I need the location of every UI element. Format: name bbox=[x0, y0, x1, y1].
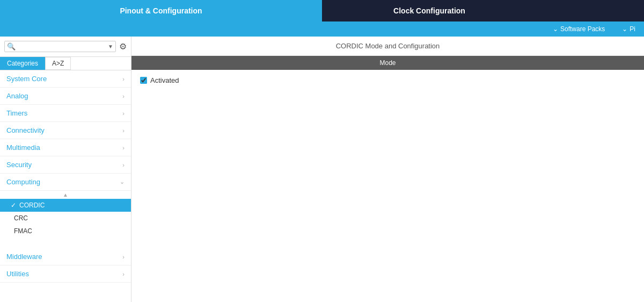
sidebar: 🔍 ▼ ⚙ Categories A>Z System Core bbox=[0, 37, 131, 302]
sidebar-label-middleware: Middleware bbox=[6, 253, 42, 261]
chevron-right-icon: › bbox=[122, 127, 125, 134]
sidebar-nav: System Core › Analog › Timers › Connecti… bbox=[0, 70, 131, 302]
content-area: CORDIC Mode and Configuration Mode Activ… bbox=[131, 37, 644, 302]
pinout-label: Pinout & Configuration bbox=[120, 6, 202, 15]
chevron-right-icon: › bbox=[122, 145, 125, 151]
sidebar-label-security: Security bbox=[6, 161, 32, 169]
sidebar-item-security[interactable]: Security › bbox=[0, 156, 131, 174]
crc-label: CRC bbox=[14, 214, 28, 222]
sidebar-item-computing[interactable]: Computing ⌄ bbox=[0, 174, 131, 191]
chevron-right-icon: › bbox=[122, 110, 125, 117]
chevron-right-icon: › bbox=[122, 93, 125, 99]
chevron-right-icon: › bbox=[122, 271, 125, 277]
activated-text: Activated bbox=[150, 76, 179, 84]
tab-categories[interactable]: Categories bbox=[0, 57, 45, 70]
search-icon: 🔍 bbox=[7, 42, 16, 51]
sidebar-label-connectivity: Connectivity bbox=[6, 126, 45, 134]
gear-icon[interactable]: ⚙ bbox=[119, 41, 127, 52]
scroll-up-icon: ▲ bbox=[63, 192, 68, 198]
sidebar-label-timers: Timers bbox=[6, 109, 27, 117]
software-packs-item[interactable]: ⌄ Software Packs bbox=[544, 25, 613, 33]
sidebar-item-connectivity[interactable]: Connectivity › bbox=[0, 122, 131, 139]
main-area: 🔍 ▼ ⚙ Categories A>Z System Core bbox=[0, 37, 644, 302]
header-pinout[interactable]: Pinout & Configuration bbox=[0, 0, 322, 21]
search-input[interactable] bbox=[17, 43, 108, 51]
content-title: CORDIC Mode and Configuration bbox=[131, 37, 644, 56]
pi-partial-item[interactable]: ⌄ Pi bbox=[613, 25, 644, 33]
mode-content: Activated bbox=[131, 70, 644, 91]
activated-checkbox[interactable] bbox=[140, 77, 147, 84]
header-rest bbox=[537, 0, 644, 21]
sidebar-item-utilities[interactable]: Utilities › bbox=[0, 265, 131, 283]
sidebar-item-middleware[interactable]: Middleware › bbox=[0, 248, 131, 265]
computing-section: Computing ⌄ ▲ ✓ CORDIC CRC bbox=[0, 174, 131, 238]
header-bar: Pinout & Configuration Clock Configurati… bbox=[0, 0, 644, 21]
mode-header-text: Mode bbox=[379, 59, 396, 67]
sidebar-item-system-core[interactable]: System Core › bbox=[0, 70, 131, 88]
sidebar-sub-item-crc[interactable]: CRC bbox=[0, 212, 131, 225]
content-title-text: CORDIC Mode and Configuration bbox=[336, 42, 440, 50]
sidebar-label-utilities: Utilities bbox=[6, 270, 29, 278]
app-container: Pinout & Configuration Clock Configurati… bbox=[0, 0, 644, 302]
chevron-right-icon: › bbox=[122, 254, 125, 260]
dropdown-arrow-icon[interactable]: ▼ bbox=[108, 44, 113, 49]
tab-atoz[interactable]: A>Z bbox=[45, 57, 71, 70]
software-packs-label: Software Packs bbox=[560, 25, 605, 33]
search-input-wrapper[interactable]: 🔍 ▼ bbox=[4, 41, 116, 52]
tabs-bar: Categories A>Z bbox=[0, 57, 131, 70]
sidebar-item-analog[interactable]: Analog › bbox=[0, 88, 131, 105]
sidebar-item-timers[interactable]: Timers › bbox=[0, 105, 131, 122]
chevron-right-icon: › bbox=[122, 76, 125, 82]
sidebar-sub-item-cordic[interactable]: ✓ CORDIC bbox=[0, 199, 131, 212]
sidebar-label-computing: Computing bbox=[6, 178, 40, 186]
fmac-label: FMAC bbox=[14, 227, 32, 235]
activated-label[interactable]: Activated bbox=[140, 76, 179, 84]
cordic-label: CORDIC bbox=[19, 202, 45, 209]
chevron-right-icon: › bbox=[122, 162, 125, 168]
sub-header: ⌄ Software Packs ⌄ Pi bbox=[0, 21, 644, 37]
sidebar-label-system-core: System Core bbox=[6, 75, 47, 83]
sidebar-sub-item-fmac[interactable]: FMAC bbox=[0, 225, 131, 238]
header-clock[interactable]: Clock Configuration bbox=[322, 0, 537, 21]
search-bar: 🔍 ▼ ⚙ bbox=[0, 37, 131, 57]
sidebar-label-multimedia: Multimedia bbox=[6, 143, 40, 152]
pinout-partial-label: Pi bbox=[630, 25, 635, 33]
chevron-down-icon-2: ⌄ bbox=[622, 25, 627, 33]
scroll-hint: ▲ bbox=[0, 191, 131, 199]
sidebar-item-multimedia[interactable]: Multimedia › bbox=[0, 139, 131, 156]
sidebar-label-analog: Analog bbox=[6, 92, 28, 100]
mode-header: Mode bbox=[131, 56, 644, 70]
chevron-down-icon: ⌄ bbox=[120, 178, 125, 185]
check-icon: ✓ bbox=[11, 202, 16, 209]
clock-label: Clock Configuration bbox=[393, 6, 465, 15]
chevron-down-icon: ⌄ bbox=[553, 25, 558, 33]
